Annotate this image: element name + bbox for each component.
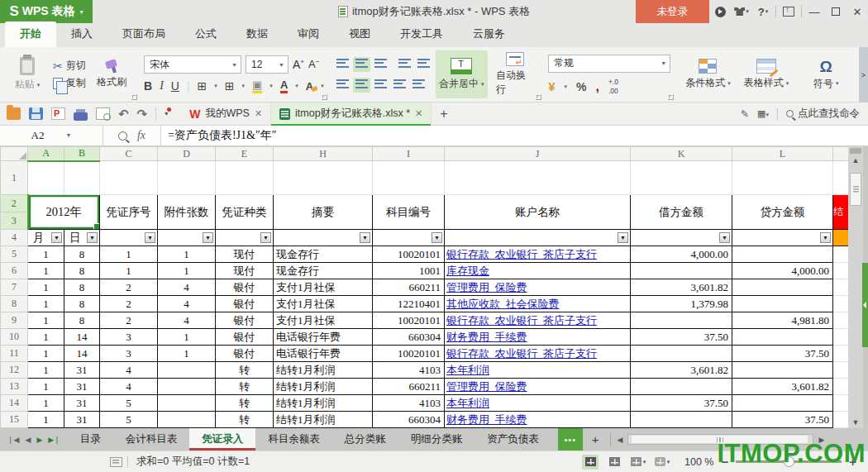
cell-C11[interactable]: 3: [100, 346, 158, 362]
cell-A11[interactable]: 1: [28, 346, 64, 362]
cell-M10[interactable]: [833, 329, 849, 346]
cell-A13[interactable]: 1: [28, 379, 64, 395]
cell-I7[interactable]: 660211: [373, 279, 445, 296]
filter-dropdown-icon-C[interactable]: ▼: [145, 232, 155, 243]
cell-J11[interactable]: 银行存款_农业银行_茶店子支行: [445, 346, 631, 362]
table-header-J[interactable]: 账户名称: [445, 195, 631, 230]
cell-I8[interactable]: 12210401: [373, 296, 445, 312]
print-preview-icon[interactable]: [96, 107, 110, 120]
cell-M15[interactable]: [833, 412, 849, 428]
cell-L11[interactable]: 37.50: [732, 346, 833, 362]
cell-D4[interactable]: ▼: [158, 230, 216, 246]
row-header-6[interactable]: 6: [1, 263, 28, 279]
cell-B11[interactable]: 14: [64, 346, 100, 362]
cell-I10[interactable]: 660304: [373, 329, 445, 346]
vertical-scrollbar[interactable]: ▲ ▼: [848, 146, 863, 428]
cell-H14[interactable]: 结转1月利润: [274, 395, 373, 412]
column-header-A[interactable]: A: [28, 147, 64, 161]
cell-H9[interactable]: 支付1月社保: [274, 312, 373, 329]
vertical-scroll-thumb[interactable]: [850, 173, 861, 206]
save-icon[interactable]: [29, 107, 43, 120]
find-icon[interactable]: [118, 131, 127, 141]
cell-A6[interactable]: 1: [28, 263, 64, 279]
cell-D6[interactable]: 1: [158, 263, 216, 279]
cell-I4[interactable]: ▼: [373, 230, 445, 246]
cell-M2-partial[interactable]: 结: [833, 195, 849, 230]
wrap-text-button[interactable]: 自动换行: [491, 50, 538, 98]
name-box[interactable]: A2▼: [0, 126, 103, 145]
column-header-I[interactable]: I: [373, 147, 445, 161]
find-command-box[interactable]: 点此查找命令: [786, 107, 860, 121]
cell-J4[interactable]: ▼: [445, 230, 631, 246]
cell-A5[interactable]: 1: [28, 246, 64, 263]
menu-tab-7[interactable]: 开发工具: [385, 21, 458, 47]
cell-D5[interactable]: 1: [158, 246, 216, 263]
conditional-format-button[interactable]: 条件格式▾: [680, 50, 736, 98]
export-pdf-icon[interactable]: [51, 107, 65, 120]
cell-E4[interactable]: ▼: [216, 230, 274, 246]
customize-toolbar-icon[interactable]: ▾: [165, 110, 168, 117]
distribute-icon[interactable]: [410, 78, 427, 93]
cell-B13[interactable]: 31: [64, 379, 100, 395]
filter-dropdown-icon-I[interactable]: ▼: [432, 232, 442, 243]
cell-L4[interactable]: ▼: [732, 230, 833, 246]
cell-D14[interactable]: [158, 395, 216, 412]
cell-E11[interactable]: 银付: [216, 346, 274, 362]
alignment-group-expander-icon[interactable]: [536, 94, 541, 100]
table-header-H[interactable]: 摘要: [274, 195, 373, 230]
cell-A12[interactable]: 1: [28, 362, 64, 379]
next-sheet-icon[interactable]: ▶: [36, 436, 42, 444]
cell-L14[interactable]: [732, 395, 833, 412]
zoom-out-icon[interactable]: −: [721, 455, 728, 469]
cell-J7[interactable]: 管理费用_保险费: [445, 279, 631, 296]
cell-C5[interactable]: 1: [100, 246, 158, 263]
row-header-15[interactable]: 15: [1, 412, 28, 428]
align-middle-icon[interactable]: [353, 57, 370, 72]
table-header-C[interactable]: 凭证序号: [100, 195, 158, 230]
comma-format-icon[interactable]: ,: [596, 79, 599, 94]
cell-J12[interactable]: 本年利润: [445, 362, 631, 379]
cell-M4[interactable]: [833, 230, 849, 246]
cell-M7[interactable]: [833, 279, 849, 296]
cell-I5[interactable]: 10020101: [373, 246, 445, 263]
align-top-icon[interactable]: [334, 57, 351, 72]
split-handle[interactable]: [850, 148, 861, 154]
ribbon-expand-icon[interactable]: >: [859, 47, 868, 103]
menu-tab-6[interactable]: 视图: [334, 21, 385, 47]
align-right-icon[interactable]: [372, 78, 389, 93]
scroll-up-icon[interactable]: ▲: [848, 155, 863, 166]
cell-C7[interactable]: 2: [100, 279, 158, 296]
filter-dropdown-icon-J[interactable]: ▼: [618, 232, 628, 243]
cell-E8[interactable]: 银付: [216, 296, 274, 312]
increase-decimal-icon[interactable]: +.0: [608, 79, 618, 86]
cell-E12[interactable]: 转: [216, 362, 274, 379]
cell-E10[interactable]: 银付: [216, 329, 274, 346]
close-tab-icon[interactable]: ✕: [415, 108, 422, 119]
fill-color-icon[interactable]: ▣: [252, 79, 262, 93]
sheet-tab-2[interactable]: 凭证录入: [189, 428, 255, 451]
sheet-tab-0[interactable]: 目录: [68, 428, 113, 451]
hide-ribbon-icon[interactable]: [778, 0, 799, 23]
cell-K5[interactable]: 4,000.00: [631, 246, 732, 263]
cell-J1[interactable]: [445, 161, 631, 195]
cell-C14[interactable]: 5: [100, 395, 158, 412]
cell-J14[interactable]: 本年利润: [445, 395, 631, 412]
font-color-icon[interactable]: A: [280, 79, 288, 93]
paste-button[interactable]: 粘贴▾: [5, 50, 50, 98]
name-box-caret-icon[interactable]: ▼: [65, 132, 71, 139]
cell-L1[interactable]: [732, 161, 833, 195]
table-header-I[interactable]: 科目编号: [373, 195, 445, 230]
open-file-icon[interactable]: [7, 107, 21, 120]
last-sheet-icon[interactable]: ▶❘: [48, 436, 60, 444]
cell-L8[interactable]: [732, 296, 833, 312]
zoom-slider[interactable]: [736, 460, 842, 463]
help-icon[interactable]: ?▾: [752, 0, 774, 23]
cell-H12[interactable]: 结转1月利润: [274, 362, 373, 379]
cell-C13[interactable]: 4: [100, 379, 158, 395]
menu-tab-8[interactable]: 云服务: [458, 21, 520, 47]
cell-D7[interactable]: 4: [158, 279, 216, 296]
undo-icon[interactable]: ↶: [118, 107, 129, 120]
copy-button[interactable]: 复制: [53, 76, 86, 90]
cell-B4[interactable]: 日▼: [64, 230, 100, 246]
cell-M13[interactable]: [833, 379, 849, 395]
